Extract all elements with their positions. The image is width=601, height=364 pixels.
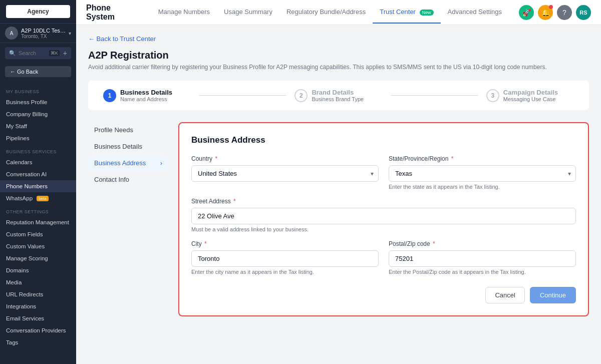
whatsapp-badge: beta: [37, 196, 49, 201]
notification-dot: [549, 5, 553, 9]
rocket-icon-button[interactable]: 🚀: [519, 5, 534, 20]
sidebar-item-custom-values[interactable]: Custom Values: [0, 240, 76, 252]
topbar-nav: Manage Numbers Usage Summary Regulatory …: [151, 1, 509, 24]
sidebar-item-media[interactable]: Media: [0, 276, 76, 288]
city-hint: Enter the city name as it appears in the…: [191, 269, 379, 275]
country-select[interactable]: United States Canada United Kingdom Aust…: [191, 165, 379, 182]
sidebar-item-tags[interactable]: Tags: [0, 336, 76, 348]
sidebar-item-whatsapp[interactable]: WhatsApp beta: [0, 192, 76, 204]
form-nav-profile-needs[interactable]: Profile Needs: [88, 122, 168, 138]
city-label: City *: [191, 240, 379, 247]
zip-input[interactable]: [389, 250, 576, 267]
sidebar-item-conversation-providers[interactable]: Conversation Providers: [0, 324, 76, 336]
city-input[interactable]: [191, 250, 379, 267]
back-to-trust-center-link[interactable]: ← Back to Trust Center: [88, 35, 589, 43]
page-description: Avoid additional carrier filtering by re…: [88, 64, 589, 71]
step-1: 1 Business Details Name and Address: [103, 89, 191, 102]
form-nav-contact-info[interactable]: Contact Info: [88, 172, 168, 187]
street-row: Street Address * Must be a valid address…: [191, 198, 576, 232]
step-3-circle: 3: [486, 89, 499, 102]
tab-manage-numbers[interactable]: Manage Numbers: [151, 1, 217, 24]
zip-group: Postal/Zip code * Enter the Postal/Zip c…: [389, 240, 576, 275]
street-label: Street Address *: [191, 198, 576, 205]
state-select-wrapper: Texas California New York Florida: [389, 165, 576, 182]
sidebar: Agency A A2P 10DLC Test - Sh... Toronto,…: [0, 0, 76, 364]
bell-icon-button[interactable]: 🔔: [538, 5, 553, 20]
chevron-right-icon: ›: [160, 159, 162, 167]
topbar: Phone System Manage Numbers Usage Summar…: [76, 0, 601, 25]
help-icon-button[interactable]: ?: [557, 5, 572, 20]
section-label-my-business: MY BUSINESS: [0, 84, 76, 96]
city-group: City * Enter the city name as it appears…: [191, 240, 379, 275]
sidebar-item-custom-fields[interactable]: Custom Fields: [0, 228, 76, 240]
sidebar-item-company-billing[interactable]: Company Billing: [0, 108, 76, 120]
street-hint: Must be a valid address linked to your b…: [191, 226, 576, 232]
go-back-button[interactable]: ← Go Back: [5, 66, 71, 77]
form-actions: Cancel Continue: [191, 287, 576, 303]
topbar-icons: 🚀 🔔 ? RS: [519, 5, 591, 20]
tab-regulatory-bundle[interactable]: Regulatory Bundle/Address: [279, 1, 373, 24]
country-state-row: Country * United States Canada United Ki…: [191, 155, 576, 190]
two-col-layout: Profile Needs Business Details Business …: [88, 122, 589, 316]
sidebar-item-my-staff[interactable]: My Staff: [0, 120, 76, 132]
sidebar-item-conversation-ai[interactable]: Conversation AI: [0, 168, 76, 180]
step-1-circle: 1: [103, 89, 116, 102]
zip-label: Postal/Zip code *: [389, 240, 576, 247]
page-header-title: Phone System: [86, 4, 136, 22]
avatar: A: [5, 27, 18, 40]
sidebar-item-calendars[interactable]: Calendars: [0, 156, 76, 168]
cancel-button[interactable]: Cancel: [485, 287, 524, 303]
account-sub: Toronto, TX: [21, 34, 66, 39]
search-input[interactable]: [19, 50, 47, 56]
sidebar-item-url-redirects[interactable]: URL Redirects: [0, 288, 76, 300]
account-name: A2P 10DLC Test - Sh...: [21, 28, 66, 34]
country-select-wrapper: United States Canada United Kingdom Aust…: [191, 165, 379, 182]
sidebar-item-pipelines[interactable]: Pipelines: [0, 132, 76, 144]
search-icon: 🔍: [9, 50, 16, 57]
sidebar-item-phone-numbers[interactable]: Phone Numbers: [0, 180, 76, 192]
sidebar-item-reputation-management[interactable]: Reputation Management: [0, 216, 76, 228]
step-1-title: Business Details: [120, 89, 172, 96]
state-group: State/Province/Region * Texas California…: [389, 155, 576, 190]
steps-container: 1 Business Details Name and Address 2 Br…: [88, 81, 589, 110]
search-bar[interactable]: 🔍 ⌘K +: [5, 47, 71, 59]
state-select[interactable]: Texas California New York Florida: [389, 165, 576, 182]
add-icon[interactable]: +: [63, 49, 67, 57]
country-group: Country * United States Canada United Ki…: [191, 155, 379, 190]
form-sidebar-nav: Profile Needs Business Details Business …: [88, 122, 168, 316]
step-3-sub: Messaging Use Case: [503, 96, 558, 102]
search-cmd: ⌘K: [49, 50, 60, 56]
step-3: 3 Campaign Details Messaging Use Case: [486, 89, 574, 102]
country-required: *: [215, 155, 217, 162]
country-label: Country *: [191, 155, 379, 162]
sidebar-item-business-profile[interactable]: Business Profile: [0, 96, 76, 108]
step-divider-1: [199, 95, 286, 96]
sidebar-item-domains[interactable]: Domains: [0, 264, 76, 276]
step-1-sub: Name and Address: [120, 96, 172, 102]
main-content: Phone System Manage Numbers Usage Summar…: [76, 0, 601, 364]
section-label-other-settings: OTHER SETTINGS: [0, 204, 76, 216]
zip-required: *: [433, 240, 435, 247]
step-2: 2 Brand Details Business Brand Type: [294, 89, 382, 102]
tab-advanced-settings[interactable]: Advanced Settings: [441, 1, 509, 24]
street-input[interactable]: [191, 208, 576, 224]
user-avatar-button[interactable]: RS: [576, 5, 591, 20]
tab-usage-summary[interactable]: Usage Summary: [217, 1, 279, 24]
tab-trust-center[interactable]: Trust Center New: [373, 1, 440, 24]
section-label-business-services: BUSINESS SERVICES: [0, 144, 76, 156]
state-hint: Enter the state as it appears in the Tax…: [389, 184, 576, 190]
city-required: *: [204, 240, 207, 247]
business-address-form: Business Address Country * United States…: [178, 122, 589, 316]
sidebar-account[interactable]: A A2P 10DLC Test - Sh... Toronto, TX ▾: [0, 23, 76, 43]
step-3-title: Campaign Details: [503, 89, 558, 96]
sidebar-item-manage-scoring[interactable]: Manage Scoring: [0, 252, 76, 264]
sidebar-item-email-services[interactable]: Email Services: [0, 312, 76, 324]
street-group: Street Address * Must be a valid address…: [191, 198, 576, 232]
sidebar-item-integrations[interactable]: Integrations: [0, 300, 76, 312]
page-title: A2P Registration: [88, 50, 589, 61]
state-label: State/Province/Region *: [389, 155, 576, 162]
street-required: *: [233, 198, 236, 205]
continue-button[interactable]: Continue: [530, 287, 576, 303]
form-nav-business-details[interactable]: Business Details: [88, 139, 168, 154]
form-nav-business-address[interactable]: Business Address ›: [88, 155, 168, 171]
